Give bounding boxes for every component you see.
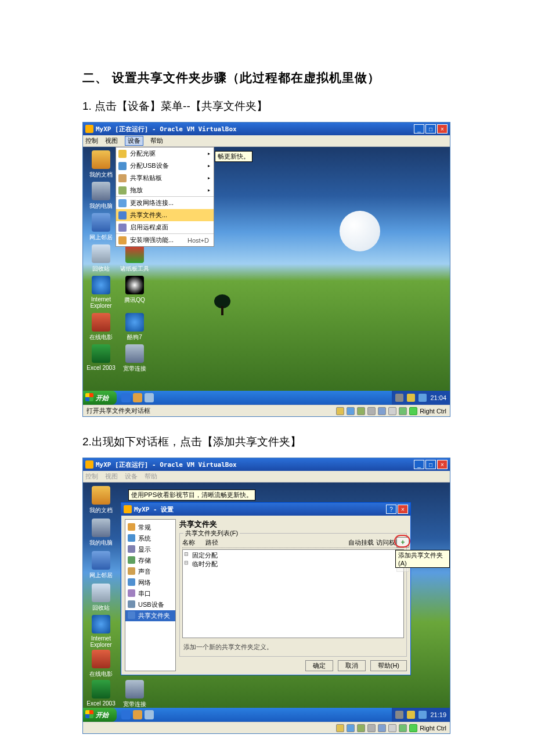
- minimize-button[interactable]: _: [414, 124, 424, 134]
- pps-tooltip: 畅更新快。: [215, 151, 252, 162]
- minimize-button[interactable]: _: [414, 460, 424, 469]
- shared-folder-icon: [118, 211, 127, 219]
- status-cd-icon[interactable]: [336, 407, 344, 415]
- maximize-button[interactable]: □: [425, 460, 436, 469]
- sidebar-item-audio[interactable]: 声音: [125, 566, 175, 577]
- menu-item-network[interactable]: 更改网络连接...: [116, 196, 214, 209]
- status-cd-icon[interactable]: [336, 724, 344, 732]
- desktop-icon-network[interactable]: 网上邻居: [86, 213, 116, 242]
- ok-button[interactable]: 确定: [305, 660, 333, 671]
- desktop-icon-kugou[interactable]: 酷狗7: [120, 313, 149, 341]
- status-sf-icon[interactable]: [378, 407, 386, 415]
- desktop-icon-network[interactable]: 网上邻居: [86, 551, 116, 579]
- menu-item-cd[interactable]: 分配光驱▸: [116, 147, 214, 160]
- desktop-icon-recycle[interactable]: 回收站: [86, 584, 116, 612]
- col-name[interactable]: 名称: [182, 538, 205, 547]
- help-button[interactable]: ?: [386, 505, 396, 514]
- status-net-icon[interactable]: [357, 407, 365, 415]
- menu-item-clipboard[interactable]: 共享粘贴板▸: [116, 172, 214, 184]
- close-button[interactable]: ×: [398, 505, 408, 514]
- sidebar-item-general[interactable]: 常规: [125, 522, 175, 533]
- menu-control[interactable]: 控制: [85, 136, 98, 145]
- tray-net-icon[interactable]: [418, 394, 427, 402]
- desktop-icon-movie[interactable]: 在线电影: [86, 650, 116, 678]
- window-titlebar[interactable]: MyXP [正在运行] - Oracle VM VirtualBox _ □ ×: [83, 123, 450, 135]
- close-button[interactable]: ×: [437, 124, 448, 134]
- status-usb-icon[interactable]: [367, 724, 376, 732]
- status-usb-icon[interactable]: [367, 407, 376, 415]
- menu-view[interactable]: 视图: [105, 472, 118, 481]
- section-heading: 二、 设置共享文件夹步骤（此过程都在虚拟机里做）: [82, 70, 452, 86]
- desktop-icon-qq[interactable]: 腾讯QQ: [120, 276, 149, 304]
- ql-desktop-icon[interactable]: [145, 393, 154, 402]
- desktop-icon-recycle[interactable]: 回收站: [86, 244, 116, 273]
- tray-lang-icon[interactable]: [395, 394, 403, 402]
- ql-explorer-icon[interactable]: [133, 710, 142, 719]
- menu-devices[interactable]: 设备: [125, 136, 143, 146]
- desktop-icon-mydocs[interactable]: 我的文档: [86, 150, 116, 179]
- sidebar-item-display[interactable]: 显示: [125, 544, 175, 555]
- desktop-icon-rubik[interactable]: 诸纸板工具: [120, 244, 149, 273]
- col-path[interactable]: 路径: [205, 538, 348, 547]
- tray-lang-icon[interactable]: [395, 711, 403, 719]
- vbox-icon: [85, 125, 93, 133]
- maximize-button[interactable]: □: [425, 124, 436, 134]
- desktop-icon-movie[interactable]: 在线电影: [86, 313, 116, 341]
- sidebar-item-storage[interactable]: 存储: [125, 555, 175, 566]
- desktop-icon-ie[interactable]: Internet Explorer: [86, 276, 116, 309]
- ql-explorer-icon[interactable]: [133, 393, 142, 402]
- cd-icon: [118, 150, 127, 158]
- menu-devices[interactable]: 设备: [125, 472, 138, 481]
- ql-ie-icon[interactable]: [121, 393, 131, 402]
- menu-item-usb[interactable]: 分配USB设备▸: [116, 160, 214, 172]
- tray-net-icon[interactable]: [418, 711, 427, 719]
- vbox-statusbar-2: Right Ctrl: [83, 722, 450, 733]
- sidebar-item-system[interactable]: 系统: [125, 533, 175, 544]
- folders-tree[interactable]: 固定分配 临时分配: [182, 549, 404, 638]
- menu-item-drag[interactable]: 拖放▸: [116, 184, 214, 196]
- menu-control[interactable]: 控制: [85, 472, 98, 481]
- desktop-icon-ie[interactable]: Internet Explorer: [86, 615, 116, 648]
- desktop-icon-mydocs[interactable]: 我的文档: [86, 486, 116, 514]
- help-button[interactable]: 帮助(H): [370, 660, 407, 671]
- status-sf-icon[interactable]: [378, 724, 386, 732]
- start-button[interactable]: 开始: [83, 391, 117, 405]
- sidebar-item-usb[interactable]: USB设备: [125, 599, 175, 610]
- menu-help[interactable]: 帮助: [145, 472, 157, 481]
- sidebar-item-serial[interactable]: 串口: [125, 588, 175, 599]
- desktop-icon-excel[interactable]: Excel 2003: [86, 344, 116, 371]
- cancel-button[interactable]: 取消: [338, 660, 366, 671]
- desktop-icon-excel[interactable]: Excel 2003: [86, 680, 116, 707]
- sidebar-item-shared-folders[interactable]: 共享文件夹: [125, 610, 175, 621]
- usb-icon: [118, 162, 127, 170]
- status-net-icon[interactable]: [357, 724, 365, 732]
- window-titlebar-2[interactable]: MyXP [正在运行] - Oracle VM VirtualBox _ □ ×: [83, 458, 450, 471]
- start-button[interactable]: 开始: [83, 708, 117, 722]
- tree-temp[interactable]: 临时分配: [184, 560, 402, 568]
- menu-item-guest-additions[interactable]: 安装增强功能...Host+D: [116, 233, 214, 246]
- tree-fixed[interactable]: 固定分配: [184, 551, 402, 560]
- ql-ie-icon[interactable]: [121, 710, 131, 719]
- status-display-icon[interactable]: [388, 407, 396, 415]
- tray-shield-icon[interactable]: [407, 394, 415, 402]
- ql-desktop-icon[interactable]: [145, 710, 154, 719]
- menu-item-shared-folders[interactable]: 共享文件夹...: [116, 209, 214, 221]
- status-display-icon[interactable]: [388, 724, 396, 732]
- col-auto[interactable]: 自动挂载: [348, 538, 376, 547]
- moon-graphic: [340, 211, 380, 251]
- status-mouse-icon[interactable]: [399, 407, 407, 415]
- desktop-icon-broadband[interactable]: 宽带连接: [120, 680, 149, 708]
- desktop-icon-broadband[interactable]: 宽带连接: [120, 344, 149, 373]
- devices-dropdown: 分配光驱▸ 分配USB设备▸ 共享粘贴板▸ 拖放▸ 更改网络连接... 共享文件…: [116, 147, 214, 247]
- desktop-icon-mycomputer[interactable]: 我的电脑: [86, 182, 116, 210]
- close-button[interactable]: ×: [437, 460, 448, 469]
- menu-item-rdp[interactable]: 启用远程桌面: [116, 221, 214, 233]
- status-hd-icon[interactable]: [347, 724, 355, 732]
- desktop-icon-mycomputer[interactable]: 我的电脑: [86, 519, 116, 547]
- sidebar-item-network[interactable]: 网络: [125, 577, 175, 588]
- menu-help[interactable]: 帮助: [150, 136, 163, 145]
- status-mouse-icon[interactable]: [399, 724, 407, 732]
- status-hd-icon[interactable]: [347, 407, 355, 415]
- tray-shield-icon[interactable]: [407, 711, 415, 719]
- menu-view[interactable]: 视图: [105, 136, 118, 145]
